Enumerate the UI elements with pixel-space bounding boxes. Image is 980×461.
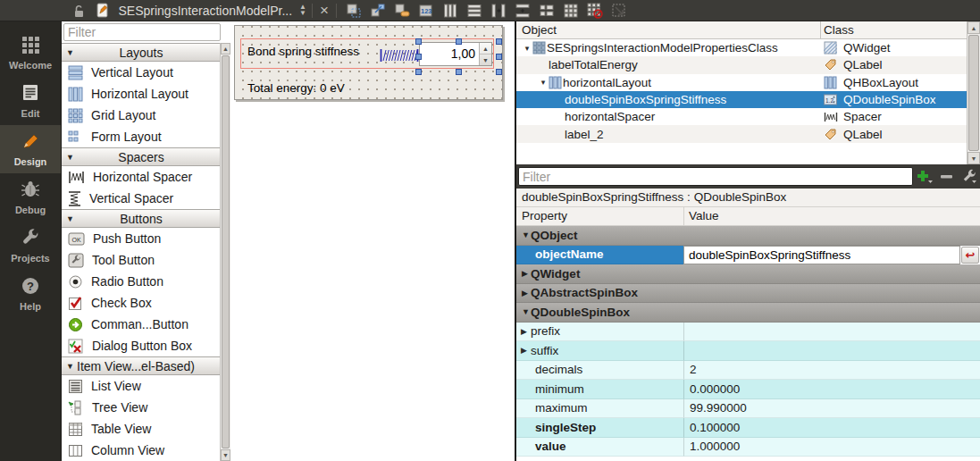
widget-form-layout[interactable]: Form Layout bbox=[62, 126, 221, 147]
layout-horizontal-icon[interactable] bbox=[441, 2, 459, 20]
selection-handle[interactable] bbox=[415, 54, 422, 60]
widget-check-box[interactable]: Check Box bbox=[62, 292, 221, 314]
mode-edit[interactable]: Edit bbox=[0, 77, 61, 125]
widget-grid-layout[interactable]: Grid Layout bbox=[62, 105, 221, 126]
collapse-triangle-icon[interactable]: ▼ bbox=[66, 362, 74, 371]
object-row-label_2[interactable]: label_2QLabel bbox=[516, 125, 967, 142]
layout-grid-icon[interactable] bbox=[562, 2, 580, 20]
designed-form[interactable]: Bond spring stiffness 1,00 ▲ ▼ Total ene… bbox=[234, 25, 503, 100]
property-row-prefix[interactable]: ▶prefix bbox=[516, 323, 980, 342]
scroll-up-icon[interactable]: ▲ bbox=[967, 21, 980, 34]
property-row-objectName[interactable]: objectNamedoubleSpinBoxSpringStiffness↩ bbox=[516, 246, 980, 265]
object-inspector-scrollbar[interactable]: ▲ ▼ bbox=[967, 21, 980, 164]
configure-wrench-icon[interactable] bbox=[959, 167, 980, 187]
layout-vertical-icon[interactable] bbox=[465, 2, 483, 20]
widget-box-section-layouts[interactable]: ▼Layouts bbox=[62, 43, 221, 62]
property-name-cell[interactable]: maximum bbox=[516, 399, 683, 419]
property-name-cell[interactable]: decimals bbox=[516, 361, 683, 381]
group-expander-icon[interactable]: ▶ bbox=[516, 269, 531, 278]
widget-radio-button[interactable]: Radio Button bbox=[62, 271, 221, 292]
collapse-triangle-icon[interactable]: ▼ bbox=[66, 214, 74, 223]
selection-handle[interactable] bbox=[496, 38, 502, 45]
property-name-cell[interactable]: value bbox=[516, 438, 683, 457]
horizontal-spacer-indicator-icon[interactable] bbox=[380, 47, 419, 67]
form-label-spring-stiffness[interactable]: Bond spring stiffness bbox=[247, 45, 359, 58]
selection-handle[interactable] bbox=[496, 54, 502, 60]
object-row-labelTotalEnergy[interactable]: labelTotalEnergyQLabel bbox=[516, 56, 967, 73]
property-value-cell[interactable]: 2 bbox=[683, 361, 980, 381]
edit-signals-slots-icon[interactable] bbox=[369, 2, 387, 20]
property-name-cell[interactable]: ▶suffix bbox=[516, 341, 683, 361]
layout-horizontal-splitter-icon[interactable] bbox=[490, 2, 507, 20]
property-group-qabstractspinbox[interactable]: ▶QAbstractSpinBox bbox=[516, 284, 980, 304]
scrollbar-handle[interactable] bbox=[222, 55, 230, 448]
group-expander-icon[interactable]: ▼ bbox=[516, 230, 531, 239]
property-value-cell[interactable]: 0.100000 bbox=[683, 418, 980, 438]
property-value-cell[interactable] bbox=[683, 323, 980, 342]
mode-projects[interactable]: Projects bbox=[0, 222, 61, 270]
mode-help[interactable]: ?Help bbox=[0, 270, 61, 318]
object-row-doubleSpinBoxSpringStiffness[interactable]: doubleSpinBoxSpringStiffness1.2QDoubleSp… bbox=[516, 91, 967, 108]
property-name-cell[interactable]: minimum bbox=[516, 380, 683, 399]
value-column-header[interactable]: Value bbox=[689, 209, 719, 222]
property-row-singleStep[interactable]: singleStep0.100000 bbox=[516, 418, 980, 438]
add-property-icon[interactable] bbox=[914, 167, 935, 187]
expander-triangle-icon[interactable]: ▾ bbox=[522, 44, 532, 53]
property-filter-input[interactable] bbox=[518, 167, 913, 186]
widget-horizontal-spacer[interactable]: Horizontal Spacer bbox=[62, 166, 221, 188]
property-expander-icon[interactable]: ▶ bbox=[516, 346, 531, 355]
group-expander-icon[interactable]: ▶ bbox=[516, 289, 531, 298]
collapse-triangle-icon[interactable]: ▼ bbox=[66, 153, 74, 162]
property-value-cell[interactable]: 99.990000 bbox=[683, 399, 980, 419]
property-row-suffix[interactable]: ▶suffix bbox=[516, 341, 980, 361]
object-row-horizontalLayout[interactable]: ▾horizontalLayoutQHBoxLayout bbox=[516, 74, 967, 91]
adjust-size-icon[interactable] bbox=[610, 2, 628, 20]
widget-push-button[interactable]: OKPush Button bbox=[62, 228, 221, 249]
break-layout-icon[interactable] bbox=[586, 2, 604, 20]
widget-vertical-spacer[interactable]: Vertical Spacer bbox=[62, 188, 221, 209]
property-expander-icon[interactable]: ▶ bbox=[516, 327, 531, 336]
selection-handle[interactable] bbox=[496, 69, 502, 75]
widget-list-view[interactable]: List View bbox=[62, 375, 221, 397]
widget-comman-button[interactable]: Comman...Button bbox=[62, 314, 221, 335]
widget-tree-view[interactable]: Tree View bbox=[62, 397, 221, 418]
mode-welcome[interactable]: Welcome bbox=[0, 29, 61, 77]
property-value-editor[interactable]: doubleSpinBoxSpringStiffness bbox=[683, 246, 960, 265]
object-column-header[interactable]: Object bbox=[522, 23, 557, 37]
lock-icon[interactable] bbox=[70, 2, 88, 20]
layout-vertical-splitter-icon[interactable] bbox=[514, 2, 532, 20]
scroll-up-icon[interactable]: ▲ bbox=[221, 43, 230, 54]
selection-handle[interactable] bbox=[456, 69, 462, 75]
widget-dialog-button-box[interactable]: Dialog Button Box bbox=[62, 335, 221, 356]
column-divider[interactable] bbox=[683, 207, 684, 225]
mode-design[interactable]: Design bbox=[0, 125, 61, 173]
widget-vertical-layout[interactable]: Vertical Layout bbox=[62, 62, 221, 83]
object-row-horizontalSpacer[interactable]: horizontalSpacerSpacer bbox=[516, 108, 967, 125]
property-value-cell[interactable] bbox=[683, 341, 980, 361]
widget-column-view[interactable]: Column View bbox=[62, 440, 221, 461]
document-selector-arrows-icon[interactable]: ▲▼ bbox=[299, 4, 306, 16]
property-row-maximum[interactable]: maximum99.990000 bbox=[516, 399, 980, 419]
expander-triangle-icon[interactable]: ▾ bbox=[538, 78, 549, 87]
form-label-total-energy[interactable]: Total energy: 0 eV bbox=[247, 81, 345, 95]
property-column-header[interactable]: Property bbox=[522, 209, 567, 222]
property-value-cell[interactable]: 1.000000 bbox=[683, 438, 980, 457]
selection-handle[interactable] bbox=[415, 38, 422, 45]
scrollbar-handle[interactable] bbox=[968, 35, 979, 151]
document-title[interactable]: SESpringsInteractionModelPr... bbox=[119, 4, 293, 18]
spin-up-icon[interactable]: ▲ bbox=[480, 43, 491, 54]
property-group-qdoublespinbox[interactable]: ▼QDoubleSpinBox bbox=[516, 303, 980, 323]
property-group-qwidget[interactable]: ▶QWidget bbox=[516, 264, 980, 284]
double-spinbox-widget[interactable]: 1,00 ▲ ▼ bbox=[419, 42, 492, 66]
widget-box-section-spacers[interactable]: ▼Spacers bbox=[62, 147, 221, 166]
scroll-down-icon[interactable]: ▼ bbox=[967, 152, 980, 164]
edit-widgets-icon[interactable] bbox=[345, 2, 363, 20]
widget-table-view[interactable]: Table View bbox=[62, 418, 221, 440]
edit-tab-order-icon[interactable]: 123 bbox=[417, 2, 435, 20]
selection-handle[interactable] bbox=[456, 38, 462, 45]
layout-form-icon[interactable] bbox=[538, 2, 556, 20]
property-group-qobject[interactable]: ▼QObject bbox=[516, 226, 980, 246]
spin-down-icon[interactable]: ▼ bbox=[480, 54, 491, 65]
revert-value-icon[interactable]: ↩ bbox=[961, 247, 979, 264]
property-name-cell[interactable]: ▶prefix bbox=[516, 323, 683, 342]
